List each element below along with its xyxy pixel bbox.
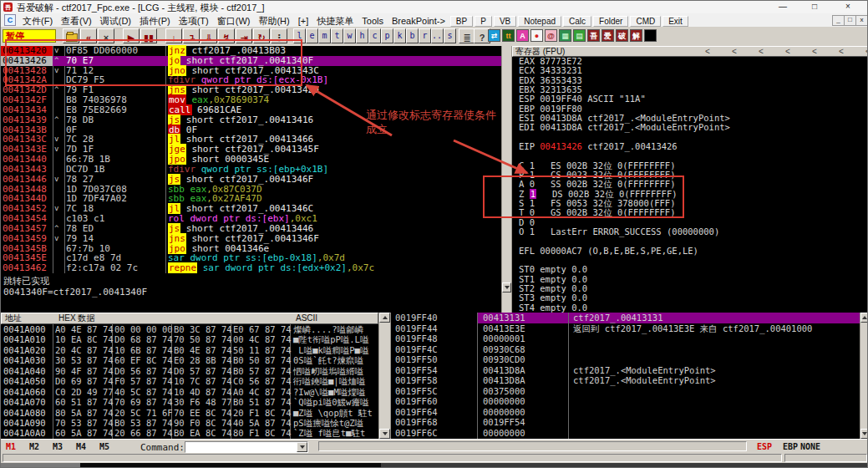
dump-row[interactable]: 0041A07060 51 87 7470 69 87 7430 F6 48 7…	[1, 397, 378, 407]
menu-item[interactable]: 窗口(W)	[213, 16, 255, 26]
52pojie-po-icon[interactable]: 破	[616, 29, 628, 42]
windows-list-button[interactable]: ≣	[459, 28, 475, 43]
minimize-button[interactable]: —	[771, 1, 794, 13]
dump-row[interactable]: 0041A060C0 2D 49 7740 5C 87 7410 4D 87 7…	[1, 387, 378, 397]
dump-row[interactable]: 0041A02020 4C 87 7410 6B 87 74B0 4E 87 7…	[1, 345, 378, 355]
plugin-a-icon[interactable]: A	[516, 29, 529, 42]
52pojie-jie-icon[interactable]: 解	[630, 29, 642, 42]
scroll-up-button[interactable]	[379, 313, 390, 323]
dump-row[interactable]: 0041A08080 5A 87 7420 5C 71 6F70 EE 8C 7…	[1, 408, 378, 418]
menu-item[interactable]: BreakPoint->	[388, 16, 449, 26]
animate-over-button[interactable]: ↯	[218, 28, 235, 43]
dump-row[interactable]: 0041A0A060 5A 87 7420 66 87 74B0 EA 8C 7…	[1, 428, 378, 438]
pause-button[interactable]: ▮▮	[140, 28, 157, 43]
menu-quick-button[interactable]: VB	[494, 16, 516, 27]
dump-pane[interactable]: 0041A000A0 4E 87 7400 00 00 00B0 3C 87 7…	[1, 324, 378, 439]
plugin-book-icon[interactable]: ▤	[573, 29, 586, 42]
stack-row[interactable]: 0019FF4000413131ctf2017_.00413131	[391, 313, 860, 323]
menu-quick-button[interactable]: P	[475, 16, 492, 27]
register-row[interactable]: O 1 LastErr ERROR_SUCCESS (00000000)	[512, 227, 868, 237]
register-row[interactable]: ST4 empty 0.0	[512, 303, 868, 313]
stack-row[interactable]: 0019FF5800413D8Actf2017_.<ModuleEntryPoi…	[391, 375, 860, 386]
menu-quick-button[interactable]: Folder	[593, 16, 628, 27]
registers-pane[interactable]: EAX 87773E72ECX 34333231EDX 36353433EBX …	[512, 57, 868, 313]
menu-quick-button[interactable]: Notepad	[518, 16, 561, 27]
stack-row[interactable]: 0019FF4C00930C68	[391, 344, 860, 355]
restart-button[interactable]: «	[80, 28, 97, 43]
windows-button[interactable]: w	[343, 28, 356, 43]
step-over-button[interactable]: ↴	[183, 28, 200, 43]
memory-tab-m5[interactable]: M5	[99, 442, 109, 451]
dump-row[interactable]: 0041A03030 53 87 7460 EF 8C 74E0 28 8B 7…	[1, 355, 378, 365]
disassembly-pane[interactable]: 00413420v0F85 DD060000jnz ctf2017_.00413…	[1, 46, 501, 273]
menu-item[interactable]: [+]	[294, 16, 313, 26]
black-square-icon[interactable]	[644, 29, 657, 42]
menu-item[interactable]: 文件(F)	[18, 16, 57, 26]
scroll-down-button[interactable]	[379, 429, 390, 439]
disasm-row[interactable]: 00413462f2:c17a 02 7crepne sar dword ptr…	[1, 263, 501, 273]
stack-row[interactable]: 0019FF5C00375000	[391, 386, 860, 397]
menu-item[interactable]: 帮助(H)	[254, 16, 293, 26]
dump-row[interactable]: 0041A000A0 4E 87 7400 00 00 00B0 3C 87 7…	[1, 324, 378, 334]
menu-item[interactable]: 选项(T)	[175, 16, 213, 26]
menu-item[interactable]: 插件(P)	[135, 16, 175, 26]
menu-quick-button[interactable]: CMD	[630, 16, 661, 27]
patches-button[interactable]: p	[381, 28, 393, 43]
stack-row[interactable]: 0019FF4800000001	[391, 333, 860, 344]
stack-scrollbar[interactable]	[860, 313, 868, 439]
command-input[interactable]	[186, 443, 300, 453]
plugin-grid-icon[interactable]: ▦	[559, 29, 571, 42]
collapse-mark-icon[interactable]: <	[785, 47, 790, 56]
dump-scrollbar[interactable]	[378, 313, 391, 439]
register-row[interactable]: EIP 00413426 ctf2017_.00413426	[512, 142, 868, 151]
collapse-mark-icon[interactable]: <	[732, 47, 737, 56]
collapse-mark-icon[interactable]: <	[759, 47, 764, 56]
refresh-button[interactable]: ↻	[253, 28, 270, 43]
cpu-window-icon[interactable]: C	[4, 14, 16, 26]
close-button[interactable]: ×	[836, 1, 860, 13]
memory-tab-m2[interactable]: M2	[29, 442, 39, 451]
plugin-at-icon[interactable]: @	[545, 29, 557, 42]
memory-tab-m4[interactable]: M4	[76, 442, 86, 451]
collapse-mark-icon[interactable]: <	[705, 47, 710, 56]
command-combobox[interactable]	[185, 441, 308, 453]
source-button[interactable]: s	[444, 28, 456, 43]
threads-button[interactable]: t	[331, 28, 343, 43]
mdi-control-button[interactable]: _	[832, 15, 845, 26]
executables-button[interactable]: e	[306, 28, 318, 43]
menu-quick-button[interactable]: Exit	[662, 16, 688, 27]
dump-row[interactable]: 0041A01010 EA 8C 74D0 68 87 7470 50 87 7…	[1, 334, 378, 344]
dump-row[interactable]: 0041A050D0 69 87 74F0 57 87 7410 7C 87 7…	[1, 376, 378, 386]
disasm-scrollbar[interactable]	[501, 46, 512, 313]
register-row[interactable]: EDI 00413D8A ctf2017_.<ModuleEntryPoint>	[512, 123, 868, 132]
open-file-button[interactable]	[63, 28, 79, 43]
menu-item[interactable]: 快捷菜单	[312, 16, 358, 26]
collapse-mark-icon[interactable]: <	[812, 47, 817, 56]
references-button[interactable]: r	[419, 28, 431, 43]
dump-row[interactable]: 0041A04090 4F 87 74D0 56 87 74D0 57 87 7…	[1, 366, 378, 376]
52pojie-ai-icon[interactable]: 爱	[602, 29, 614, 42]
menu-item[interactable]: 调试(D)	[96, 16, 135, 26]
execute-till-return-button[interactable]: ⇥	[236, 28, 252, 43]
menu-item[interactable]: Tools	[358, 16, 388, 26]
cpu-window-button[interactable]: c	[368, 28, 381, 43]
options-button[interactable]: ⋮	[271, 28, 287, 43]
maximize-button[interactable]: □	[803, 1, 826, 13]
menu-quick-button[interactable]: Calc	[563, 16, 591, 27]
memory-map-button[interactable]: m	[318, 28, 331, 43]
stack-row[interactable]: 0019FF6400000000	[391, 407, 860, 418]
collapse-mark-icon[interactable]: <	[839, 47, 844, 56]
stack-row[interactable]: 0019FF680019FF54	[391, 417, 860, 428]
plugin-swap-icon[interactable]: ⇄	[488, 29, 500, 42]
breakpoints-button[interactable]: b	[406, 28, 419, 43]
menu-quick-button[interactable]: BP	[450, 16, 473, 27]
log-window-button[interactable]: l	[293, 28, 306, 43]
handles-button[interactable]: h	[356, 28, 368, 43]
scroll-up-button[interactable]	[860, 313, 868, 323]
dropdown-button[interactable]	[297, 442, 307, 452]
stack-row[interactable]: 0019FF4400413E3E返回到 ctf2017_.00413E3E 来自…	[391, 323, 860, 334]
stack-row[interactable]: 0019FF6C00000000	[391, 428, 860, 439]
plugin-tt-icon[interactable]: tt	[502, 29, 515, 42]
stack-pane[interactable]: 0019FF4000413131ctf2017_.004131310019FF4…	[391, 313, 860, 439]
dump-row[interactable]: 0041A09070 53 87 74B0 53 87 7490 F0 8C 7…	[1, 418, 378, 428]
